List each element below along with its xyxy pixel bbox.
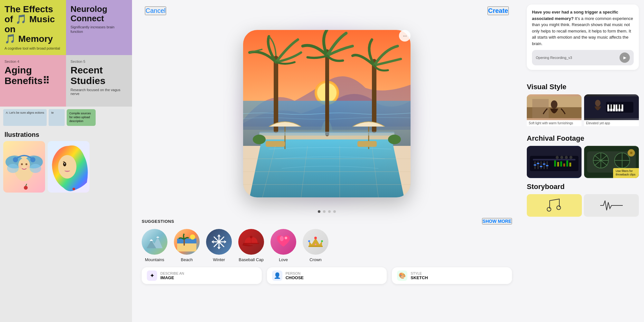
- svg-rect-81: [541, 161, 542, 169]
- play-button[interactable]: ▶: [620, 52, 630, 63]
- illustration-butterfly[interactable]: [3, 141, 45, 193]
- suggestion-beach-label: Beach: [181, 257, 193, 262]
- svg-point-45: [190, 234, 195, 240]
- svg-rect-94: [569, 163, 571, 166]
- svg-point-52: [250, 236, 252, 238]
- sticky-note-1[interactable]: A: Let's be sure aligns ections: [3, 109, 47, 126]
- chat-bubble: Have you ever had a song trigger a speci…: [527, 5, 639, 70]
- storyboard-section: [522, 194, 644, 217]
- storyboard-card-2[interactable]: [584, 194, 639, 217]
- svg-rect-87: [543, 164, 545, 165]
- svg-rect-42: [243, 30, 411, 197]
- svg-rect-82: [544, 161, 545, 169]
- archival-overlay: Use filters for throwback clips: [613, 168, 639, 178]
- archival-card-2[interactable]: Use filters for throwback clips: [584, 146, 639, 178]
- suggestion-baseball-cap-icon: [238, 229, 264, 255]
- suggestion-baseball-cap[interactable]: Baseball Cap: [238, 229, 264, 262]
- sticky-note-green[interactable]: Compile sources for video upload descrip…: [67, 109, 96, 126]
- svg-rect-93: [566, 160, 568, 166]
- svg-point-17: [72, 188, 75, 190]
- more-options-button[interactable]: ···: [399, 30, 411, 42]
- suggestion-mountains[interactable]: Mountains: [142, 229, 167, 262]
- illustrations-label: llustrations: [0, 128, 132, 140]
- show-more-button[interactable]: SHOW MORE: [482, 218, 512, 224]
- archival-card-1[interactable]: [527, 146, 582, 178]
- storyboard-card-1[interactable]: [527, 194, 582, 217]
- vs-elevated-label: Elevated yet app: [584, 120, 639, 126]
- describe-value: IMAGE: [160, 275, 184, 280]
- card-neurology[interactable]: NeurologConnect Significantly increases …: [66, 0, 132, 55]
- svg-rect-71: [609, 105, 611, 109]
- card-music-title: The Effectsof 🎵 Music on🎵 Memory: [5, 5, 62, 44]
- svg-point-54: [285, 237, 287, 239]
- svg-point-95: [556, 156, 559, 159]
- style-title: STYLE: [411, 271, 428, 275]
- describe-title: DESCRIBE AN: [160, 271, 184, 275]
- dot-3[interactable]: [328, 210, 331, 213]
- svg-point-3: [7, 164, 19, 173]
- vs-elevated-image: [584, 94, 639, 120]
- bottom-tools: ✦ DESCRIBE AN IMAGE 👤 PERSON CHOOSE 🎨 ST…: [132, 262, 522, 287]
- cancel-button[interactable]: Cancel: [145, 6, 166, 15]
- vs-warm-image: [527, 94, 582, 120]
- vs-card-warm[interactable]: Soft light with warm furnishings: [527, 94, 582, 130]
- illustrations-row: [0, 140, 132, 194]
- person-icon: 👤: [272, 270, 282, 281]
- svg-point-97: [565, 156, 568, 159]
- illustration-colorhair[interactable]: [48, 141, 90, 193]
- suggestion-love[interactable]: Love: [270, 229, 296, 262]
- center-panel: Cancel Create ···: [132, 0, 522, 322]
- style-icon: 🎨: [397, 270, 407, 281]
- left-panel: The Effectsof 🎵 Music on🎵 Memory A cogni…: [0, 0, 132, 322]
- svg-point-7: [18, 158, 30, 172]
- suggestion-crown-label: Crown: [309, 257, 322, 262]
- svg-rect-84: [534, 165, 536, 166]
- suggestion-beach[interactable]: Beach: [174, 229, 200, 262]
- describe-image-tool[interactable]: ✦ DESCRIBE AN IMAGE: [142, 267, 262, 284]
- audio-player[interactable]: Opening Recording_v3 ▶: [532, 50, 634, 65]
- svg-rect-85: [537, 163, 539, 164]
- card-music-subtitle: A cognitive tool with broad potential: [5, 46, 62, 51]
- svg-point-11: [26, 165, 30, 168]
- card-music-memory[interactable]: The Effectsof 🎵 Music on🎵 Memory A cogni…: [0, 0, 66, 55]
- svg-line-13: [26, 184, 27, 186]
- style-sketch-tool[interactable]: 🎨 STYLE SKETCH: [392, 267, 512, 284]
- dot-4[interactable]: [333, 210, 336, 213]
- style-value: SKETCH: [411, 275, 428, 280]
- svg-point-56: [308, 240, 310, 242]
- generated-image: [243, 30, 411, 197]
- dot-2[interactable]: [323, 210, 326, 213]
- svg-rect-78: [533, 159, 575, 161]
- svg-point-9: [25, 163, 27, 165]
- section-studies: Section 5 Recent Studies Research focuse…: [66, 55, 132, 107]
- describe-icon: ✦: [147, 270, 157, 281]
- archival-section: Use filters for throwback clips: [522, 146, 644, 178]
- sticky-note-2[interactable]: te: [49, 109, 65, 126]
- person-choose-tool[interactable]: 👤 PERSON CHOOSE: [267, 267, 387, 284]
- suggestion-crown[interactable]: Crown: [303, 229, 328, 262]
- svg-rect-61: [532, 99, 549, 118]
- section5-title: Recent Studies: [71, 65, 128, 86]
- svg-point-110: [630, 152, 633, 154]
- suggestions-grid: Mountains Beach: [142, 229, 512, 262]
- section-aging: Section 4 Aging Benefits⠿: [0, 55, 66, 107]
- svg-point-16: [64, 163, 65, 164]
- svg-rect-73: [617, 105, 619, 109]
- section4-title: Aging Benefits⠿: [5, 65, 62, 86]
- section5-label: Section 5: [71, 60, 128, 63]
- storyboard-heading: Storyboard: [527, 183, 639, 191]
- suggestion-winter-label: Winter: [213, 257, 225, 262]
- dot-1[interactable]: [318, 210, 320, 213]
- svg-point-12: [24, 186, 28, 190]
- image-dots-indicator: [132, 210, 522, 218]
- vs-card-elevated[interactable]: Elevated yet app: [584, 94, 639, 130]
- svg-point-6: [30, 157, 35, 162]
- suggestion-mountains-icon: [142, 229, 167, 255]
- ellipsis-icon: ···: [403, 33, 407, 39]
- audio-title: Opening Recording_v3: [536, 56, 616, 60]
- suggestion-winter[interactable]: Winter: [206, 229, 232, 262]
- image-container: ···: [132, 20, 522, 210]
- svg-point-96: [560, 156, 563, 159]
- create-button[interactable]: Create: [488, 6, 509, 15]
- section4-label: Section 4: [5, 60, 62, 63]
